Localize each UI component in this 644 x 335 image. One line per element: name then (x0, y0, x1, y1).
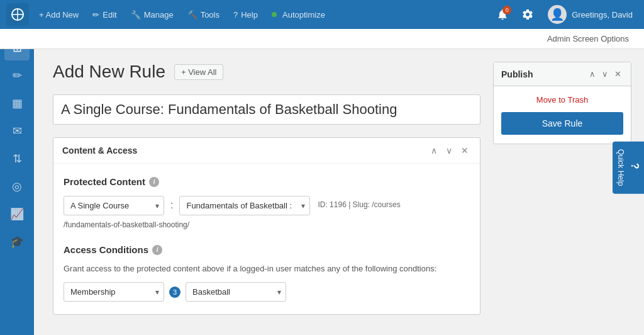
view-all-button[interactable]: + View All (174, 64, 224, 80)
membership-badge: 3 (169, 287, 180, 298)
box-body: Protected Content i A Single Course A Si… (53, 164, 480, 314)
right-sidebar: Publish ∧ ∨ ✕ Move to Trash Save Rule (493, 62, 631, 322)
publish-collapse-down[interactable]: ∨ (600, 68, 610, 80)
protected-content-section: Protected Content i A Single Course A Si… (64, 176, 470, 229)
box-header: Content & Access ∧ ∨ ✕ (53, 138, 480, 164)
autoptimize-label: Autoptimize (282, 10, 325, 20)
user-greeting: Greetings, David (572, 10, 633, 20)
nav-autoptimize[interactable]: Autoptimize (265, 6, 331, 23)
screen-options-bar: Admin Screen Options (0, 29, 644, 49)
edit-icon: ✏ (92, 10, 99, 20)
add-new-label: + Add New (39, 10, 79, 20)
edit-label: Edit (103, 10, 116, 20)
rule-title-input[interactable] (53, 94, 480, 125)
chart-icon: 📈 (10, 207, 24, 221)
content-area: Add New Rule + View All Content & Access… (53, 62, 480, 322)
sidebar-item-pencil[interactable]: ✏ (4, 63, 30, 88)
protected-content-row: A Single Course A Single Lesson A Single… (64, 196, 470, 215)
envelope-icon: ✉ (13, 124, 22, 138)
avatar: 👤 (548, 5, 567, 24)
nav-edit[interactable]: ✏ Edit (86, 6, 123, 23)
membership-select-wrap: Membership (64, 282, 164, 302)
pencil-icon: ✏ (13, 69, 22, 82)
publish-collapse-x[interactable]: ✕ (613, 68, 623, 80)
box-header-title: Content & Access (62, 145, 137, 156)
sidebar-item-email[interactable]: ✉ (4, 118, 30, 144)
main-content: Add New Rule + View All Content & Access… (34, 49, 644, 335)
screen-options-button[interactable]: Admin Screen Options (542, 31, 634, 46)
collapse-x-button[interactable]: ✕ (458, 144, 471, 157)
nav-tools[interactable]: 🔨 Tools (181, 6, 226, 23)
quick-help-question-icon: ? (629, 163, 640, 169)
access-conditions-row: Membership 3 Basketball (64, 282, 470, 302)
manage-icon: 🔧 (131, 10, 141, 20)
sidebar-item-graduation[interactable]: 🎓 (4, 229, 30, 254)
site-logo[interactable] (6, 3, 29, 26)
settings-button[interactable] (518, 4, 538, 25)
left-sidebar: ⊞ ✏ ▦ ✉ ⇅ ◎ 📈 🎓 (0, 29, 34, 335)
sidebar-item-grid[interactable]: ▦ (4, 91, 30, 116)
publish-header-controls: ∧ ∨ ✕ (587, 68, 623, 80)
protected-content-info-icon[interactable]: i (149, 177, 159, 187)
protected-content-label: Protected Content i (64, 176, 470, 187)
basketball-select-wrap: Basketball (186, 282, 286, 302)
view-all-label: + View All (181, 67, 217, 77)
grid-icon: ▦ (12, 96, 23, 110)
sidebar-item-circle[interactable]: ◎ (4, 174, 30, 199)
sidebar-item-arrows[interactable]: ⇅ (4, 146, 30, 171)
sidebar-item-chart[interactable]: 📈 (4, 202, 30, 227)
publish-collapse-up[interactable]: ∧ (587, 68, 597, 80)
page-title-row: Add New Rule + View All (53, 62, 480, 82)
notification-badge: 0 (502, 6, 511, 14)
access-conditions-section: Access Conditions i Grant access to the … (64, 244, 470, 302)
tools-label: Tools (201, 10, 219, 20)
nav-help[interactable]: ? Help (227, 6, 264, 23)
nav-items: + Add New ✏ Edit 🔧 Manage 🔨 Tools ? Help… (33, 6, 492, 23)
course-name-select-wrap: Fundamentals of Basketball : (179, 196, 310, 215)
help-label: Help (241, 10, 258, 20)
course-meta: ID: 1196 | Slug: /courses (315, 196, 402, 213)
access-conditions-description: Grant access to the protected content ab… (64, 264, 470, 273)
collapse-down-button[interactable]: ∨ (443, 144, 455, 157)
page-title: Add New Rule (53, 62, 165, 82)
tools-icon: 🔨 (187, 10, 197, 20)
access-conditions-label: Access Conditions i (64, 244, 470, 255)
course-type-select[interactable]: A Single Course A Single Lesson A Single… (64, 196, 164, 215)
nav-manage[interactable]: 🔧 Manage (125, 6, 180, 23)
save-rule-button[interactable]: Save Rule (501, 112, 623, 135)
access-conditions-info-icon[interactable]: i (152, 245, 162, 255)
course-name-select[interactable]: Fundamentals of Basketball : (179, 196, 310, 215)
publish-box: Publish ∧ ∨ ✕ Move to Trash Save Rule (493, 62, 631, 144)
quick-help-label: Quick Help (616, 149, 625, 186)
basketball-select[interactable]: Basketball (186, 282, 286, 302)
move-to-trash-link[interactable]: Move to Trash (536, 95, 588, 105)
content-access-box: Content & Access ∧ ∨ ✕ Protected Content… (53, 137, 480, 315)
publish-body: Move to Trash Save Rule (494, 86, 631, 144)
circle-icon: ◎ (12, 179, 22, 193)
manage-label: Manage (144, 10, 174, 20)
help-icon: ? (233, 10, 238, 20)
collapse-up-button[interactable]: ∧ (428, 144, 440, 157)
colon-separator: : (169, 196, 174, 215)
graduation-icon: 🎓 (10, 235, 24, 249)
top-nav-right: 0 👤 Greetings, David (492, 3, 638, 26)
nav-add-new[interactable]: + Add New (33, 6, 85, 23)
course-type-select-wrap: A Single Course A Single Lesson A Single… (64, 196, 164, 215)
slug-path: /fundamentals-of-basketball-shooting/ (64, 220, 470, 229)
membership-select[interactable]: Membership (64, 282, 164, 302)
arrows-icon: ⇅ (13, 152, 22, 166)
box-header-controls: ∧ ∨ ✕ (428, 144, 471, 157)
top-navigation: + Add New ✏ Edit 🔧 Manage 🔨 Tools ? Help… (0, 0, 644, 29)
user-area[interactable]: 👤 Greetings, David (543, 3, 638, 26)
autoptimize-status-dot (272, 12, 277, 17)
notification-button[interactable]: 0 (492, 4, 513, 25)
quick-help-panel[interactable]: ? Quick Help (613, 142, 644, 194)
publish-title: Publish (501, 69, 533, 79)
publish-header: Publish ∧ ∨ ✕ (494, 62, 631, 86)
